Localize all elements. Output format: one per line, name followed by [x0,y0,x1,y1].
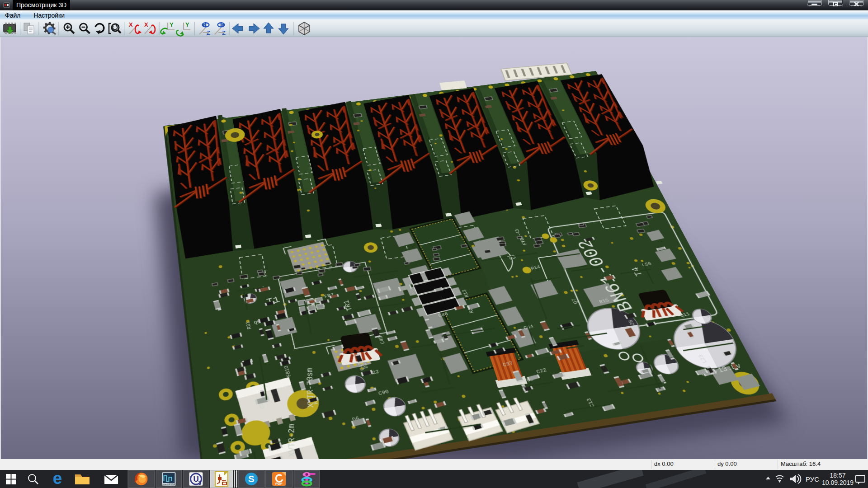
svg-text:e: e [53,470,62,488]
svg-text:PDF: PDF [275,482,283,486]
svg-text:18:57: 18:57 [830,472,845,479]
svg-text:X: X [144,21,148,28]
svg-text:3: 3 [198,480,202,486]
svg-text:10.09.2019: 10.09.2019 [822,479,854,486]
svg-text:XVTR-2m: XVTR-2m [286,423,297,457]
svg-text:openHPSDR: openHPSDR [162,483,175,486]
svg-text:S: S [248,474,254,484]
svg-text:РУС: РУС [806,475,819,483]
svg-text:Y: Y [170,21,174,28]
svg-text:Y: Y [185,21,189,28]
svg-text:X: X [129,21,133,28]
